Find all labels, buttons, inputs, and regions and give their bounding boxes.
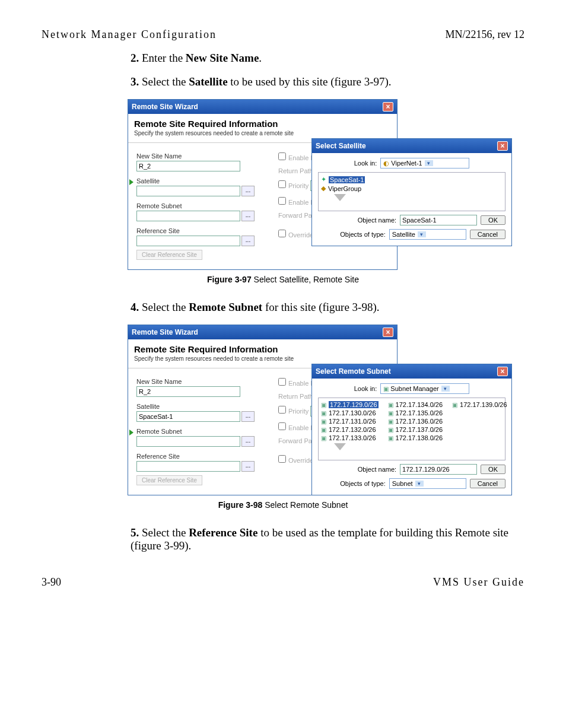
select-remote-subnet-dialog: Select Remote Subnet × Look in: ▣ Subnet… (311, 364, 512, 495)
new-site-input[interactable] (136, 161, 240, 171)
figure-98: Remote Site Wizard × Remote Site Require… (128, 325, 524, 495)
wizard-title: Remote Site Wizard (132, 328, 198, 336)
step-4-num: 4. (131, 301, 139, 313)
subnet-list[interactable]: ▣172.17.129.0/26 ▣172.17.134.0/26 ▣172.1… (318, 398, 505, 460)
arrow-down-icon (334, 443, 346, 450)
subnet-value: 172.17.136.0/26 (396, 418, 443, 425)
object-type-combo[interactable]: Satellite▾ (389, 229, 466, 240)
list-item[interactable]: ▣172.17.132.0/26 (321, 425, 379, 434)
close-icon[interactable]: × (383, 328, 393, 337)
enable-point-checkbox[interactable] (278, 422, 286, 430)
list-item[interactable]: ▣172.17.130.0/26 (321, 409, 379, 417)
list-item[interactable]: ▣172.17.131.0/26 (321, 417, 379, 425)
list-item[interactable]: ▣172.17.135.0/26 (388, 409, 443, 417)
object-name-input[interactable] (400, 464, 477, 475)
caption-98-rest: Select Remote Subnet (262, 500, 348, 510)
new-site-label: New Site Name (136, 378, 258, 385)
satellite-list[interactable]: ✦SpaceSat-1 ◆ViperGroup (318, 172, 505, 211)
override-checkbox[interactable] (278, 230, 286, 237)
subnet-icon: ▣ (321, 435, 326, 441)
list-item[interactable]: ◆ViperGroup (321, 184, 503, 193)
enable-inband-checkbox[interactable] (278, 378, 286, 386)
close-icon[interactable]: × (383, 102, 393, 112)
wizard-titlebar[interactable]: Remote Site Wizard × (128, 325, 397, 339)
required-info-sub: Specify the system resources needed to c… (134, 130, 391, 136)
step-2-num: 2. (131, 52, 139, 64)
reference-site-input[interactable] (136, 461, 240, 472)
satellite-browse-button[interactable]: ... (241, 411, 255, 422)
subnet-icon: ▣ (388, 435, 393, 441)
subnet-icon: ▣ (321, 402, 326, 408)
chevron-down-icon[interactable]: ▾ (441, 386, 450, 392)
subnet-value: 172.17.139.0/26 (460, 401, 507, 408)
remote-subnet-input[interactable] (136, 436, 240, 447)
list-item[interactable]: ▣172.17.133.0/26 (321, 434, 379, 442)
cancel-button[interactable]: Cancel (470, 479, 505, 488)
subnet-value: 172.17.129.0/26 (329, 401, 379, 408)
satellite-browse-button[interactable]: ... (241, 186, 255, 196)
subnet-value: 172.17.135.0/26 (396, 409, 443, 417)
priority-checkbox[interactable] (278, 406, 286, 414)
object-name-input[interactable] (400, 215, 477, 225)
lookin-combo[interactable]: ▣ Subnet Manager ▾ (380, 383, 469, 394)
list-item[interactable]: ▣172.17.136.0/26 (388, 417, 443, 425)
wizard-titlebar[interactable]: Remote Site Wizard × (128, 100, 397, 114)
override-checkbox[interactable] (278, 455, 286, 463)
subnet-value: 172.17.131.0/26 (329, 418, 376, 425)
select-satellite-dialog: Select Satellite × Look in: ◐ ViperNet-1… (311, 138, 512, 246)
new-site-input[interactable] (136, 386, 240, 397)
step-2-a: Enter the (139, 52, 186, 64)
list-item[interactable]: ▣172.17.134.0/26 (388, 400, 443, 409)
list-item[interactable]: ▣172.17.137.0/26 (388, 425, 443, 434)
select-satellite-titlebar[interactable]: Select Satellite × (312, 139, 511, 153)
required-info-sub: Specify the system resources needed to c… (134, 355, 391, 362)
list-item[interactable]: ▣172.17.138.0/26 (388, 434, 443, 442)
step-5-num: 5. (131, 526, 139, 539)
select-satellite-title: Select Satellite (316, 142, 366, 150)
subnet-value: 172.17.132.0/26 (329, 426, 376, 433)
reference-site-browse-button[interactable]: ... (241, 236, 255, 246)
chevron-down-icon[interactable]: ▾ (418, 231, 426, 237)
object-type-value: Satellite (392, 231, 415, 238)
close-icon[interactable]: × (497, 367, 508, 376)
step-2: 2. Enter the New Site Name. (131, 52, 524, 65)
ok-button[interactable]: OK (481, 215, 505, 225)
close-icon[interactable]: × (497, 141, 508, 151)
subnet-icon: ▣ (388, 402, 393, 408)
lookin-combo[interactable]: ◐ ViperNet-1 ▾ (380, 158, 469, 169)
figure-97: Remote Site Wizard × Remote Site Require… (128, 99, 524, 270)
cancel-button[interactable]: Cancel (470, 230, 505, 239)
subnet-value: 172.17.134.0/26 (396, 401, 443, 408)
reference-site-browse-button[interactable]: ... (241, 461, 255, 472)
chevron-down-icon[interactable]: ▾ (425, 160, 433, 166)
satellite-input[interactable] (136, 186, 240, 196)
select-subnet-title: Select Remote Subnet (316, 367, 391, 376)
subnet-value: 172.17.130.0/26 (329, 409, 376, 417)
wizard-title: Remote Site Wizard (132, 103, 198, 111)
list-item[interactable]: ✦SpaceSat-1 (321, 175, 503, 184)
ok-button[interactable]: OK (481, 465, 505, 474)
remote-subnet-browse-button[interactable]: ... (241, 211, 255, 221)
lookin-label: Look in: (354, 160, 377, 167)
step-3: 3. Select the Satellite to be used by th… (131, 75, 524, 88)
remote-subnet-browse-button[interactable]: ... (241, 436, 255, 447)
enable-point-checkbox[interactable] (278, 197, 286, 205)
reference-site-input[interactable] (136, 236, 240, 246)
enable-inband-checkbox[interactable] (278, 152, 286, 160)
clear-reference-button[interactable]: Clear Reference Site (136, 250, 202, 260)
list-item[interactable]: ▣172.17.129.0/26 (321, 400, 379, 409)
triangle-icon (129, 430, 133, 435)
subnet-icon: ▣ (452, 402, 457, 408)
satellite-input[interactable] (136, 411, 240, 422)
list-item[interactable]: ▣172.17.139.0/26 (452, 400, 507, 409)
lookin-label: Look in: (354, 385, 377, 392)
select-subnet-titlebar[interactable]: Select Remote Subnet × (312, 364, 511, 379)
priority-checkbox[interactable] (278, 180, 286, 188)
chevron-down-icon[interactable]: ▾ (415, 481, 424, 487)
step-4-c: for this site (figure 3-98). (262, 301, 379, 313)
header-left: Network Manager Configuration (42, 28, 217, 41)
object-type-combo[interactable]: Subnet▾ (389, 478, 466, 489)
remote-subnet-input[interactable] (136, 211, 240, 221)
globe-icon: ◐ (383, 160, 389, 167)
clear-reference-button[interactable]: Clear Reference Site (136, 475, 202, 485)
